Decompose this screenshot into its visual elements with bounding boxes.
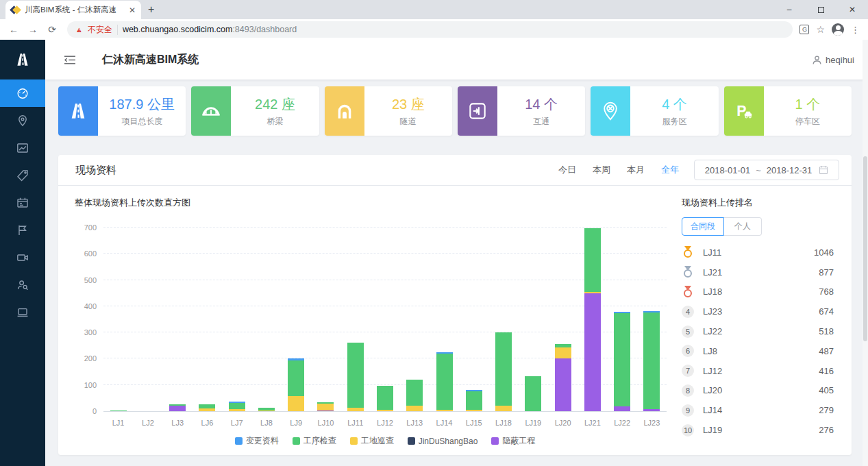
x-tick-label: LJ6 — [201, 419, 214, 427]
bar-segment-工序检查 — [406, 380, 423, 406]
legend-item-工序检查[interactable]: 工序检查 — [293, 435, 336, 447]
date-separator: ~ — [756, 165, 761, 175]
tab-full-year[interactable]: 全年 — [661, 164, 679, 176]
bar-LJ20[interactable] — [555, 344, 571, 411]
sidebar-item-personnel[interactable] — [0, 271, 45, 299]
user-icon — [812, 55, 822, 65]
bar-LJ18[interactable] — [495, 332, 512, 411]
address-bar[interactable]: ▲! 不安全 web.chuangao.scodicim.com:8493/da… — [67, 21, 793, 38]
bar-segment-隐蔽工程 — [584, 293, 601, 411]
reload-button[interactable]: ⟳ — [44, 21, 60, 38]
translate-icon[interactable]: G — [799, 25, 809, 34]
bar-LJ14[interactable] — [436, 352, 453, 411]
stat-value: 187.9 公里 — [109, 95, 175, 114]
browser-tab[interactable]: 川高BIM系统 - 仁沐新高速 ✕ — [5, 1, 141, 19]
collapse-menu-icon[interactable] — [64, 55, 76, 65]
bar-LJ6[interactable] — [199, 404, 215, 411]
bar-segment-工序检查 — [229, 403, 245, 409]
browser-titlebar: 川高BIM系统 - 仁沐新高速 ✕ + – ✕ — [0, 0, 868, 19]
forward-button[interactable]: → — [25, 21, 41, 38]
bar-LJ15[interactable] — [466, 390, 482, 411]
legend-item-工地巡查[interactable]: 工地巡查 — [350, 435, 394, 447]
sidebar-item-schedule[interactable] — [0, 189, 45, 217]
y-tick-label: 400 — [84, 302, 97, 310]
scrollbar-thumb[interactable] — [863, 156, 867, 341]
tab-contract-section[interactable]: 合同段 — [682, 217, 724, 236]
gridline — [103, 227, 667, 228]
ranking-tabs: 合同段 个人 — [682, 217, 834, 236]
tab-this-week[interactable]: 本周 — [593, 164, 610, 176]
bar-LJ10[interactable] — [317, 402, 334, 411]
legend-item-变更资料[interactable]: 变更资料 — [235, 435, 279, 447]
rank-section-name: LJ14 — [703, 405, 722, 415]
user-menu[interactable]: heqihui — [812, 55, 854, 65]
new-tab-button[interactable]: + — [148, 3, 154, 16]
y-tick-label: 600 — [84, 249, 97, 258]
bar-segment-工地巡查 — [377, 410, 393, 411]
sidebar-item-analytics[interactable] — [0, 134, 45, 162]
security-warning-label[interactable]: 不安全 — [88, 24, 112, 36]
legend-label: 工地巡查 — [361, 435, 394, 447]
bar-LJ19[interactable] — [525, 376, 541, 411]
legend-swatch — [235, 437, 243, 445]
gridline — [103, 280, 667, 280]
rank-section-name: LJ12 — [703, 366, 722, 376]
page-scrollbar[interactable] — [863, 40, 868, 466]
chart-title: 整体现场资料上传次数直方图 — [75, 197, 675, 209]
tab-today[interactable]: 今日 — [558, 164, 576, 176]
gridline — [103, 306, 667, 306]
back-button[interactable]: ← — [5, 21, 22, 38]
page-title: 仁沐新高速BIM系统 — [102, 53, 199, 67]
bar-LJ23[interactable] — [643, 311, 660, 411]
sidebar-item-location[interactable] — [0, 107, 45, 134]
sidebar-item-device[interactable] — [0, 299, 45, 326]
bar-segment-隐蔽工程 — [317, 410, 334, 411]
security-warning-icon[interactable]: ▲! — [75, 26, 83, 34]
legend-item-隐蔽工程[interactable]: 隐蔽工程 — [491, 435, 535, 447]
x-tick-label: LJ1 — [112, 419, 125, 427]
bookmark-star-icon[interactable]: ☆ — [816, 24, 825, 35]
bar-segment-工地巡查 — [288, 396, 304, 411]
bar-LJ11[interactable] — [347, 343, 364, 411]
sidebar-item-flag[interactable] — [0, 217, 45, 244]
bar-LJ8[interactable] — [258, 408, 275, 411]
sidebar-item-video[interactable] — [0, 244, 45, 271]
date-start[interactable]: 2018-01-01 — [705, 165, 751, 175]
browser-profile-avatar[interactable] — [832, 23, 844, 36]
bar-segment-工序检查 — [584, 228, 601, 292]
sidebar-item-tag[interactable] — [0, 162, 45, 189]
bar-LJ9[interactable] — [288, 358, 304, 411]
window-close-button[interactable]: ✕ — [836, 0, 868, 19]
browser-menu-icon[interactable]: ⋮ — [851, 25, 860, 35]
bar-segment-工地巡查 — [555, 347, 571, 358]
x-tick-label: LJ20 — [555, 419, 571, 427]
y-tick-label: 200 — [84, 354, 97, 363]
bar-LJ13[interactable] — [406, 380, 423, 411]
medal-icon-rank-2 — [682, 266, 694, 278]
rank-section-name: LJ20 — [703, 385, 722, 395]
app-logo-road-icon — [0, 40, 45, 79]
window-minimize-button[interactable]: – — [773, 0, 805, 19]
tab-this-month[interactable]: 本月 — [627, 164, 645, 176]
bar-LJ3[interactable] — [169, 404, 186, 411]
bar-LJ1[interactable] — [110, 410, 127, 411]
bar-LJ7[interactable] — [229, 402, 245, 411]
sidebar-item-dashboard[interactable] — [0, 79, 45, 107]
bar-LJ12[interactable] — [377, 386, 393, 411]
date-range-picker[interactable]: 2018-01-01 ~ 2018-12-31 — [694, 160, 839, 180]
legend-item-JinDuShangBao[interactable]: JinDuShangBao — [408, 435, 478, 447]
tab-individual[interactable]: 个人 — [724, 217, 762, 236]
bar-segment-工序检查 — [643, 312, 660, 409]
stat-card-parking-areas: P 1 个 停车区 — [724, 86, 852, 136]
url-text[interactable]: web.chuangao.scodicim.com:8493/dashboard — [123, 25, 297, 34]
bar-LJ21[interactable] — [584, 228, 601, 411]
rank-upload-count: 279 — [819, 405, 834, 415]
stat-value: 1 个 — [795, 95, 820, 114]
tab-close-icon[interactable]: ✕ — [129, 5, 136, 15]
date-end[interactable]: 2018-12-31 — [767, 165, 813, 175]
bar-LJ22[interactable] — [614, 312, 630, 411]
window-maximize-button[interactable] — [805, 0, 836, 19]
rank-number-badge: 4 — [682, 306, 694, 318]
x-tick-label: LJ10 — [318, 419, 334, 427]
ranking-row-LJ21: LJ21877 — [682, 262, 834, 282]
